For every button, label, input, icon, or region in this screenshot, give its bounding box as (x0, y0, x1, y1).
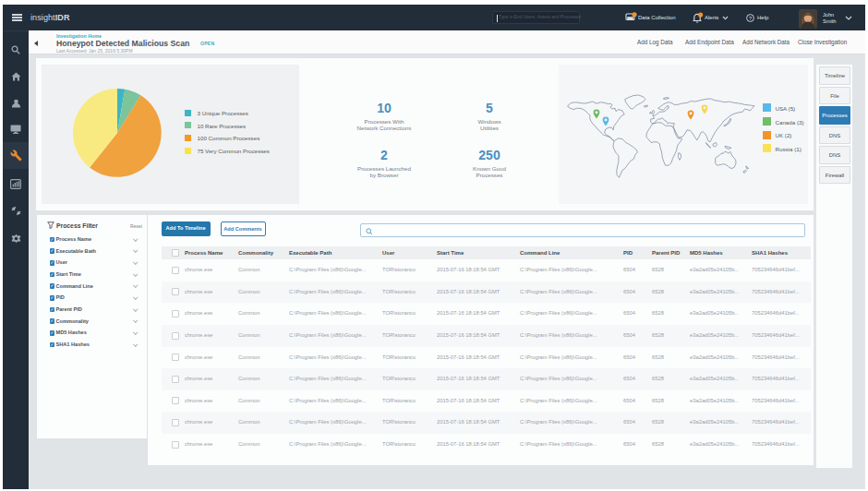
svg-text:?: ? (749, 16, 752, 21)
